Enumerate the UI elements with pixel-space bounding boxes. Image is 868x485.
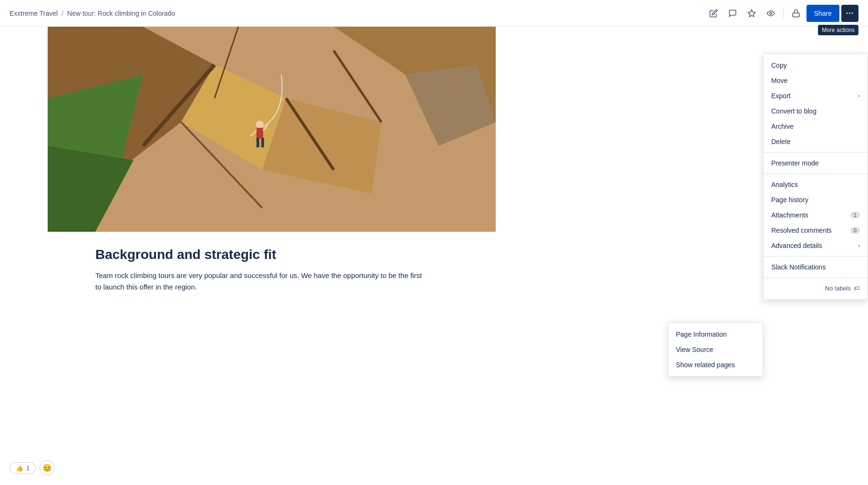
breadcrumb-parent[interactable]: Exxtreme Travel	[10, 10, 58, 17]
like-count: 1	[26, 464, 30, 472]
svg-point-17	[256, 121, 264, 128]
page-title-section: Background and strategic fit	[95, 247, 725, 262]
bottom-bar: 👍 1 😊	[10, 460, 55, 475]
comment-button[interactable]	[724, 5, 741, 22]
emoji-add-icon: 😊	[42, 464, 52, 473]
like-emoji: 👍	[16, 464, 23, 472]
breadcrumb: Exxtreme Travel / New tour: Rock climbin…	[10, 10, 175, 17]
svg-point-1	[769, 12, 772, 14]
hero-image-inner	[48, 27, 496, 232]
section-title: Background and strategic fit	[95, 247, 725, 262]
menu-item-page-information[interactable]: Page Information	[668, 327, 763, 342]
svg-marker-0	[748, 10, 755, 16]
share-button[interactable]: Share	[807, 5, 839, 22]
header: Exxtreme Travel / New tour: Rock climbin…	[0, 0, 868, 27]
menu-item-label: View Source	[676, 346, 713, 353]
emoji-reaction-button[interactable]: 😊	[40, 460, 55, 475]
watch-button[interactable]	[762, 5, 779, 22]
more-actions-tooltip: More actions	[818, 25, 858, 35]
svg-rect-18	[256, 128, 263, 138]
header-actions: Share ··· More actions	[705, 5, 858, 22]
page-body-text: Team rock climbing tours are very popula…	[95, 270, 429, 293]
dots-icon: ···	[846, 9, 854, 18]
breadcrumb-current: New tour: Rock climbing in Colorado	[67, 10, 175, 17]
svg-rect-19	[256, 138, 259, 147]
menu-item-label: Page Information	[676, 330, 727, 338]
hero-image	[48, 27, 496, 232]
edit-button[interactable]	[705, 5, 722, 22]
svg-rect-20	[261, 138, 264, 147]
star-button[interactable]	[743, 5, 760, 22]
like-button[interactable]: 👍 1	[10, 462, 36, 474]
menu-item-label: Show related pages	[676, 361, 735, 369]
menu-item-view-source[interactable]: View Source	[668, 342, 763, 357]
restrict-button[interactable]	[787, 5, 805, 22]
menu-item-show-related[interactable]: Show related pages	[668, 357, 763, 372]
svg-rect-2	[793, 13, 799, 17]
page-content: Background and strategic fit Team rock c…	[0, 27, 868, 308]
more-actions-button[interactable]: ···	[841, 5, 858, 22]
page-body: Background and strategic fit Team rock c…	[95, 232, 725, 308]
breadcrumb-separator: /	[61, 10, 63, 17]
secondary-menu: Page Information View Source Show relate…	[668, 322, 763, 377]
main-content: Background and strategic fit Team rock c…	[0, 27, 868, 485]
header-divider	[783, 8, 784, 19]
more-actions-container: ··· More actions	[841, 5, 858, 22]
